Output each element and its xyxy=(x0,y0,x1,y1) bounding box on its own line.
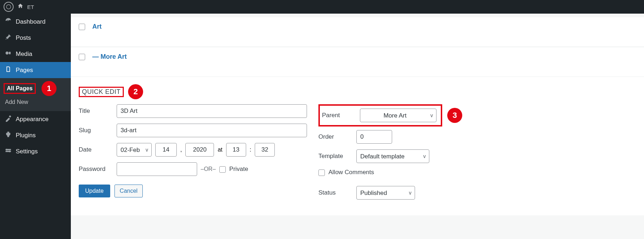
date-colon: : xyxy=(250,147,251,153)
template-select[interactable]: Default template xyxy=(356,149,429,163)
parent-select[interactable]: More Art xyxy=(360,109,436,122)
allow-comments-label: Allow Comments xyxy=(328,169,374,176)
password-input[interactable] xyxy=(117,162,197,176)
sidebar-item-settings[interactable]: Settings xyxy=(0,143,71,159)
date-comma: , xyxy=(180,147,182,153)
page-link-more-art[interactable]: — More Art xyxy=(92,53,127,61)
row-checkbox[interactable] xyxy=(79,24,85,30)
appearance-icon xyxy=(4,115,12,124)
date-at: at xyxy=(218,147,222,153)
pages-icon xyxy=(4,66,12,75)
sidebar-submenu: All Pages 1 Add New xyxy=(0,78,71,111)
status-label: Status xyxy=(318,189,353,196)
sidebar-item-pages[interactable]: Pages xyxy=(0,62,71,78)
slug-input[interactable] xyxy=(117,124,307,137)
sidebar-label: Plugins xyxy=(16,132,36,139)
annotation-marker-2: 2 xyxy=(128,84,143,99)
sidebar-label: Media xyxy=(16,51,32,58)
title-input[interactable] xyxy=(117,104,307,118)
settings-icon xyxy=(4,147,12,156)
row-checkbox[interactable] xyxy=(79,54,85,60)
private-label: Private xyxy=(229,166,248,173)
or-text: –OR– xyxy=(201,166,216,172)
svg-point-1 xyxy=(6,52,9,54)
sidebar-sub-add-new[interactable]: Add New xyxy=(0,96,71,108)
quick-edit-heading: QUICK EDIT xyxy=(79,87,124,97)
sidebar-label: Dashboard xyxy=(16,18,45,25)
quick-edit-right-col: Parent More Art v 3 Order xyxy=(318,104,504,205)
slug-label: Slug xyxy=(79,127,113,134)
sidebar-item-plugins[interactable]: Plugins xyxy=(0,127,71,143)
annotation-marker-3: 3 xyxy=(447,108,462,123)
date-label: Date xyxy=(79,146,113,153)
sidebar-label: Pages xyxy=(16,67,33,74)
wordpress-logo-icon[interactable] xyxy=(4,2,14,12)
sidebar-label: Posts xyxy=(16,34,31,42)
password-label: Password xyxy=(79,166,113,173)
page-link-art[interactable]: Art xyxy=(92,23,102,30)
allow-comments-checkbox[interactable] xyxy=(318,169,325,176)
title-label: Title xyxy=(79,107,113,115)
private-checkbox[interactable] xyxy=(219,166,226,173)
sidebar-sub-all-pages[interactable]: All Pages xyxy=(4,83,36,94)
date-month-select[interactable]: 02-Feb xyxy=(117,143,152,157)
pin-icon xyxy=(4,33,12,42)
admin-sidebar: Dashboard Posts Media Pages All Pages 1 … xyxy=(0,14,71,239)
page-list-row: — More Art xyxy=(71,47,644,76)
template-label: Template xyxy=(318,153,353,160)
cancel-button[interactable]: Cancel xyxy=(114,185,143,197)
date-minute-input[interactable] xyxy=(255,143,275,157)
order-label: Order xyxy=(318,133,353,140)
plugins-icon xyxy=(4,131,12,140)
sidebar-item-media[interactable]: Media xyxy=(0,46,71,62)
home-icon[interactable] xyxy=(17,3,24,11)
parent-annotation-box: Parent More Art v xyxy=(318,104,442,126)
date-year-input[interactable] xyxy=(185,143,214,157)
annotation-marker-1: 1 xyxy=(42,81,57,96)
page-list-row: Art xyxy=(71,17,644,46)
order-input[interactable] xyxy=(356,130,392,144)
status-select[interactable]: Published xyxy=(356,186,415,200)
media-icon xyxy=(4,49,12,58)
sidebar-item-dashboard[interactable]: Dashboard xyxy=(0,14,71,30)
sidebar-label: Settings xyxy=(16,148,38,155)
quick-edit-panel: QUICK EDIT 2 Title Slug Date 02 xyxy=(71,77,644,215)
dashboard-icon xyxy=(4,17,12,26)
parent-label: Parent xyxy=(322,112,356,119)
date-hour-input[interactable] xyxy=(226,143,246,157)
sidebar-label: Appearance xyxy=(16,116,49,123)
site-name[interactable]: ET xyxy=(27,4,34,10)
quick-edit-left-col: Title Slug Date 02-Feb v xyxy=(79,104,308,205)
svg-point-0 xyxy=(6,5,11,9)
admin-bar: ET xyxy=(0,0,644,14)
date-day-input[interactable] xyxy=(155,143,177,157)
sidebar-item-posts[interactable]: Posts xyxy=(0,30,71,46)
update-button[interactable]: Update xyxy=(79,185,110,197)
main-content: Art — More Art QUICK EDIT 2 Title Slug xyxy=(71,14,644,239)
sidebar-item-appearance[interactable]: Appearance xyxy=(0,111,71,127)
